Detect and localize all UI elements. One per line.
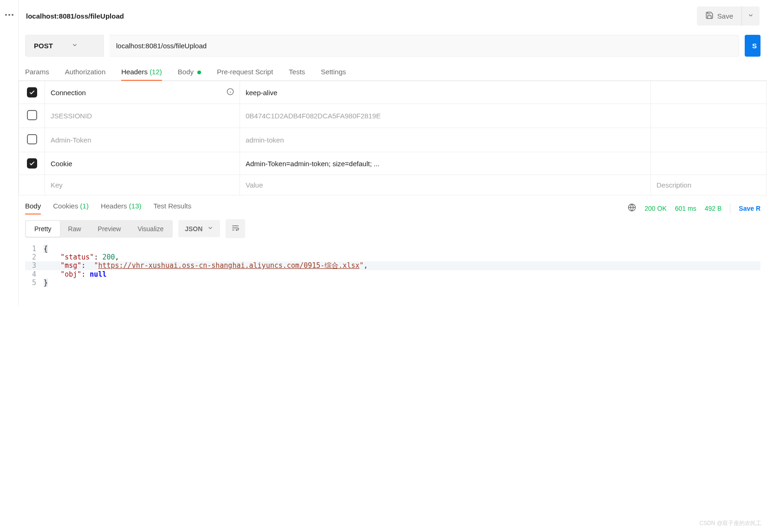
header-desc-cell[interactable] bbox=[651, 104, 767, 128]
wrap-lines-button[interactable] bbox=[226, 219, 245, 238]
language-select-label: JSON bbox=[185, 225, 202, 233]
globe-icon[interactable] bbox=[628, 203, 636, 213]
header-desc-cell[interactable] bbox=[651, 152, 767, 175]
headers-table: Connection keep-alive JSESSIONID 0B474C1… bbox=[19, 81, 767, 195]
resp-tab-headers[interactable]: Headers (13) bbox=[101, 202, 142, 214]
view-pretty-button[interactable]: Pretty bbox=[26, 221, 60, 237]
tab-settings[interactable]: Settings bbox=[321, 68, 346, 80]
tab-headers-count: (12) bbox=[150, 68, 162, 76]
resp-tab-cookies[interactable]: Cookies (1) bbox=[53, 202, 89, 214]
code-text: "obj" bbox=[60, 270, 81, 279]
format-row: Pretty Raw Preview Visualize JSON bbox=[19, 214, 767, 243]
view-mode-group: Pretty Raw Preview Visualize bbox=[25, 220, 173, 238]
header-key-placeholder[interactable]: Key bbox=[45, 175, 240, 195]
tab-authorization[interactable]: Authorization bbox=[65, 68, 106, 80]
response-body-editor[interactable]: 1{ 2 "status": 200, 3 "msg": "https://vh… bbox=[19, 243, 767, 305]
header-key-cell[interactable]: JSESSIONID bbox=[45, 104, 240, 128]
code-text: " bbox=[359, 261, 364, 270]
resp-tab-headers-count: (13) bbox=[129, 202, 142, 210]
table-row: Connection keep-alive bbox=[19, 81, 767, 104]
save-response-button[interactable]: Save R bbox=[739, 205, 760, 212]
code-text: null bbox=[90, 270, 106, 279]
code-text: } bbox=[44, 279, 48, 287]
header-value-cell[interactable]: 0B474C1D2ADB4F082DCA5FA980F2819E bbox=[240, 104, 651, 128]
tab-params[interactable]: Params bbox=[25, 68, 49, 80]
code-text: https://vhr-xushuai.oss-cn-shanghai.aliy… bbox=[98, 261, 359, 270]
save-button-label: Save bbox=[717, 12, 733, 20]
more-menu-icon[interactable] bbox=[5, 14, 13, 16]
table-row-new: Key Value Description bbox=[19, 175, 767, 195]
response-status: 200 OK bbox=[644, 205, 666, 212]
header-checkbox[interactable] bbox=[27, 134, 37, 144]
send-button[interactable]: S bbox=[745, 35, 760, 57]
code-text: { bbox=[44, 245, 48, 253]
header-value-cell[interactable]: keep-alive bbox=[240, 81, 651, 104]
body-changed-indicator bbox=[197, 71, 201, 74]
main-panel: localhost:8081/oss/fileUpload Save PO bbox=[19, 0, 767, 305]
chevron-down-icon bbox=[207, 225, 214, 233]
tab-body[interactable]: Body bbox=[178, 68, 201, 80]
header-value-placeholder[interactable]: Value bbox=[240, 175, 651, 195]
divider bbox=[730, 203, 730, 214]
header-desc-cell[interactable] bbox=[651, 128, 767, 152]
chevron-down-icon bbox=[72, 42, 78, 50]
tab-pre-request[interactable]: Pre-request Script bbox=[217, 68, 273, 80]
header-checkbox[interactable] bbox=[27, 87, 37, 97]
save-icon bbox=[705, 11, 714, 21]
resp-tab-cookies-count: (1) bbox=[80, 202, 89, 210]
save-button[interactable]: Save bbox=[697, 6, 741, 26]
info-icon[interactable] bbox=[227, 88, 234, 97]
tab-headers-label: Headers bbox=[121, 68, 148, 76]
header-key-cell[interactable]: Connection bbox=[45, 81, 240, 104]
chevron-down-icon bbox=[748, 12, 754, 20]
response-tabs: Body Cookies (1) Headers (13) Test Resul… bbox=[19, 195, 767, 214]
tab-body-label: Body bbox=[178, 68, 194, 76]
wrap-icon bbox=[231, 224, 240, 234]
response-time: 601 ms bbox=[675, 205, 696, 212]
language-select[interactable]: JSON bbox=[178, 220, 220, 237]
header-value-cell[interactable]: Admin-Token=admin-token; size=default; .… bbox=[240, 152, 651, 175]
top-bar: localhost:8081/oss/fileUpload Save bbox=[19, 0, 767, 32]
code-text: "msg" bbox=[60, 261, 81, 270]
table-row: Admin-Token admin-token bbox=[19, 128, 767, 152]
tab-tests[interactable]: Tests bbox=[289, 68, 305, 80]
resp-tab-headers-label: Headers bbox=[101, 202, 127, 210]
header-value-cell[interactable]: admin-token bbox=[240, 128, 651, 152]
response-meta: 200 OK 601 ms 492 B Save R bbox=[628, 203, 760, 214]
http-method-select[interactable]: POST bbox=[25, 35, 104, 57]
table-row: JSESSIONID 0B474C1D2ADB4F082DCA5FA980F28… bbox=[19, 104, 767, 128]
code-text: 200 bbox=[102, 253, 115, 261]
view-raw-button[interactable]: Raw bbox=[60, 221, 90, 237]
http-method-label: POST bbox=[34, 42, 53, 50]
save-button-group: Save bbox=[697, 6, 760, 26]
request-tabs: Params Authorization Headers (12) Body P… bbox=[19, 59, 767, 81]
resp-tab-body[interactable]: Body bbox=[25, 202, 41, 214]
header-key-cell[interactable]: Cookie bbox=[45, 152, 240, 175]
view-visualize-button[interactable]: Visualize bbox=[129, 221, 172, 237]
header-checkbox[interactable] bbox=[27, 110, 37, 120]
request-tab-title: localhost:8081/oss/fileUpload bbox=[26, 12, 124, 20]
response-size: 492 B bbox=[705, 205, 722, 212]
header-key-cell[interactable]: Admin-Token bbox=[45, 128, 240, 152]
header-desc-placeholder[interactable]: Description bbox=[651, 175, 767, 195]
header-checkbox[interactable] bbox=[27, 158, 37, 169]
url-box bbox=[110, 35, 739, 57]
header-desc-cell[interactable] bbox=[651, 81, 767, 104]
code-text: "status" bbox=[60, 253, 94, 261]
tab-headers[interactable]: Headers (12) bbox=[121, 68, 162, 80]
resp-tab-cookies-label: Cookies bbox=[53, 202, 78, 210]
table-row: Cookie Admin-Token=admin-token; size=def… bbox=[19, 152, 767, 175]
request-url-input[interactable] bbox=[110, 35, 739, 56]
resp-tab-test-results[interactable]: Test Results bbox=[153, 202, 191, 214]
save-dropdown-button[interactable] bbox=[741, 6, 760, 26]
left-rail bbox=[0, 0, 19, 305]
request-row: POST S bbox=[19, 32, 767, 59]
view-preview-button[interactable]: Preview bbox=[90, 221, 130, 237]
send-button-label: S bbox=[752, 42, 757, 50]
